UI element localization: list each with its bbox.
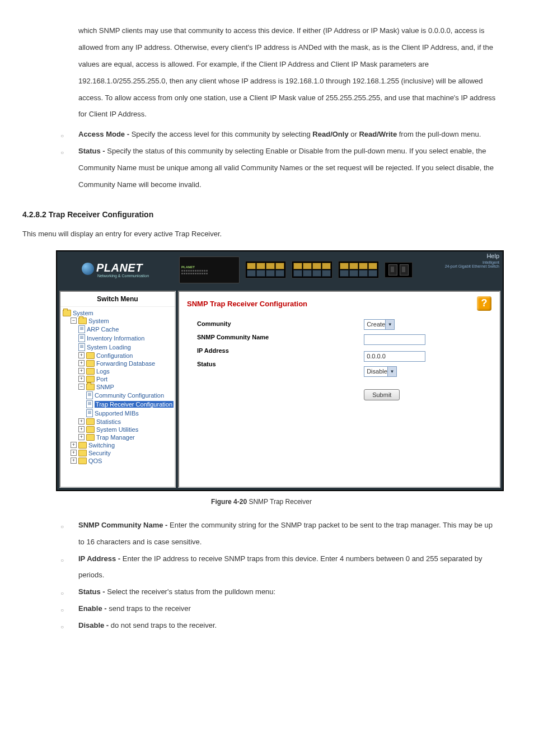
submit-button[interactable]: Submit: [364, 389, 400, 400]
section-intro: This menu will display an entry for ever…: [22, 226, 500, 242]
chevron-down-icon: ▼: [385, 320, 394, 329]
tree-trap-receiver-config[interactable]: Trap Receiver Configuration: [63, 400, 174, 409]
status-label: Status -: [78, 147, 105, 155]
tree-inventory[interactable]: Inventory Information: [63, 334, 174, 343]
expand-icon[interactable]: +: [78, 418, 85, 424]
screenshot-header: PLANET Networking & Communication PLANET: [57, 251, 503, 288]
tree-supported-mibs[interactable]: Supported MIBs: [63, 409, 174, 418]
tree-label: Trap Manager: [96, 434, 135, 441]
tree-system-utilities[interactable]: +System Utilities: [63, 426, 174, 433]
figure-prefix: Figure 4-20: [211, 498, 247, 506]
enable-text: send traps to the receiver: [107, 604, 191, 613]
bullet-icon: ○: [60, 600, 78, 617]
folder-icon: [78, 450, 87, 456]
folder-icon: [86, 352, 95, 359]
section-heading: 4.2.8.2 Trap Receiver Configuration: [22, 210, 500, 219]
tree-root-system[interactable]: System: [63, 309, 174, 317]
content-title: SNMP Trap Receiver Configuration: [187, 300, 491, 308]
tree-label: ARP Cache: [87, 326, 119, 333]
figure-caption: Figure 4-20 SNMP Trap Receiver: [22, 498, 500, 506]
status-select[interactable]: Disable▼: [364, 366, 397, 377]
community-select[interactable]: Create▼: [364, 319, 395, 330]
folder-open-icon: [78, 318, 87, 324]
tree-security[interactable]: +Security: [63, 449, 174, 457]
tree-switching[interactable]: +Switching: [63, 441, 174, 449]
page-icon: [86, 391, 93, 399]
chevron-down-icon: ▼: [387, 367, 396, 376]
expand-icon[interactable]: +: [78, 376, 85, 382]
header-help: Help Intelligent 24-port Gigabit Etherne…: [445, 253, 499, 268]
tree-label-selected: Trap Receiver Configuration: [95, 401, 174, 408]
globe-icon: [82, 263, 94, 275]
page-icon: [78, 334, 85, 342]
expand-icon[interactable]: +: [78, 434, 85, 440]
help-sub2: 24-port Gigabit Ethernet Switch: [445, 264, 499, 268]
expand-icon[interactable]: +: [71, 450, 77, 456]
ip-address-input[interactable]: 0.0.0.0: [364, 351, 425, 362]
disable-label: Disable -: [78, 621, 109, 629]
device-image: PLANET: [174, 251, 503, 288]
page-icon: [78, 325, 85, 333]
bullet-ip-address: IP Address - Enter the IP address to rec…: [78, 550, 500, 584]
bullet-icon: ○: [60, 517, 78, 533]
tree-label: Switching: [88, 442, 115, 449]
tree-arp-cache[interactable]: ARP Cache: [63, 325, 174, 334]
tree-community-config[interactable]: Community Configuration: [63, 391, 174, 400]
access-mode-text-a: Specify the access level for this commun…: [129, 130, 312, 138]
help-icon[interactable]: ?: [477, 296, 491, 311]
folder-open-icon: [86, 384, 95, 390]
ip-address-text: Enter the IP address to receive SNMP tra…: [78, 554, 482, 580]
status-desc-label: Status -: [78, 587, 105, 596]
folder-icon: [86, 434, 95, 441]
expand-icon[interactable]: +: [71, 458, 77, 464]
help-sub1: Intelligent: [445, 260, 499, 264]
community-name-input[interactable]: [364, 334, 425, 345]
tree-trap-manager[interactable]: +Trap Manager: [63, 433, 174, 441]
folder-icon: [86, 418, 95, 425]
bullet-enable: Enable - send traps to the receiver: [78, 600, 500, 617]
bullet-icon: ○: [60, 617, 78, 633]
tree-title: Switch Menu: [60, 292, 175, 307]
expand-icon[interactable]: +: [78, 352, 85, 358]
read-write-option: Read/Write: [359, 130, 397, 138]
tree-configuration[interactable]: +Configuration: [63, 352, 174, 360]
expand-icon[interactable]: +: [71, 442, 77, 448]
tree-logs[interactable]: +Logs: [63, 367, 174, 375]
nav-tree-panel: Switch Menu System −System ARP Cache Inv…: [59, 291, 176, 488]
folder-icon: [78, 442, 87, 449]
logo-cell: PLANET Networking & Communication: [57, 251, 174, 288]
tree-port[interactable]: +Port: [63, 375, 174, 383]
expand-icon[interactable]: +: [78, 426, 85, 432]
help-link[interactable]: Help: [445, 253, 499, 259]
tree-system-folder[interactable]: −System: [63, 317, 174, 325]
bullet-icon: ○: [60, 550, 78, 567]
tree-label: Configuration: [96, 352, 133, 359]
ip-address-label: IP Address -: [78, 554, 120, 563]
bullet-status-desc: Status - Select the receiver's status fr…: [78, 584, 500, 600]
tree-qos[interactable]: +QOS: [63, 457, 174, 465]
expand-icon[interactable]: +: [78, 368, 85, 374]
tree-label: System: [88, 318, 109, 324]
tree-statistics[interactable]: +Statistics: [63, 418, 174, 426]
select-value: Disable: [367, 368, 387, 375]
snmp-community-name-label: SNMP Community Name -: [78, 521, 167, 529]
tree-label: Logs: [96, 368, 110, 375]
tree-forwarding-db[interactable]: +Forwarding Database: [63, 360, 174, 367]
tree-snmp[interactable]: −SNMP: [63, 383, 174, 391]
folder-icon: [86, 368, 95, 375]
bullet-status: Status - Specify the status of this comm…: [78, 143, 500, 193]
tree-label: Statistics: [96, 418, 121, 425]
page-icon: [78, 343, 85, 351]
access-mode-text-b: from the pull-down menu.: [397, 130, 481, 138]
intro-paragraph: which SNMP clients may use that communit…: [78, 22, 500, 123]
device-ports-1: [245, 261, 286, 278]
status-desc-text: Select the receiver's status from the pu…: [105, 587, 276, 596]
device-ports-2: [292, 261, 332, 278]
collapse-icon[interactable]: −: [78, 384, 85, 390]
collapse-icon[interactable]: −: [71, 318, 77, 324]
bullet-access-mode: Access Mode - Specify the access level f…: [78, 126, 500, 143]
tree-label: QOS: [88, 458, 102, 464]
tree-system-loading[interactable]: System Loading: [63, 343, 174, 352]
tree-label: System: [73, 310, 93, 316]
expand-icon[interactable]: +: [78, 360, 85, 366]
